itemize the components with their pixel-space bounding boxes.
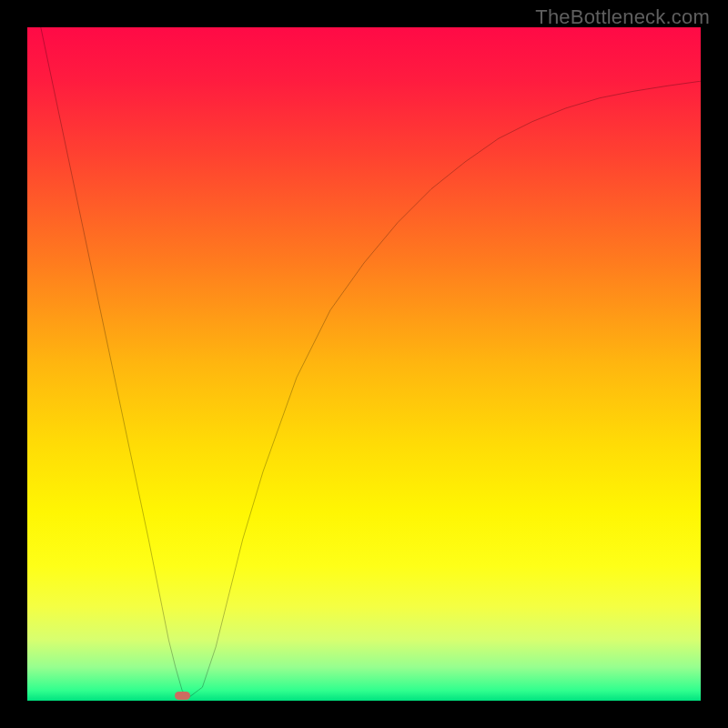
chart-frame: TheBottleneck.com: [0, 0, 728, 728]
curve-path: [41, 27, 701, 697]
plot-area: [27, 27, 701, 701]
optimal-marker: [175, 692, 190, 700]
curve-layer: [27, 27, 701, 701]
watermark-text: TheBottleneck.com: [535, 5, 710, 29]
